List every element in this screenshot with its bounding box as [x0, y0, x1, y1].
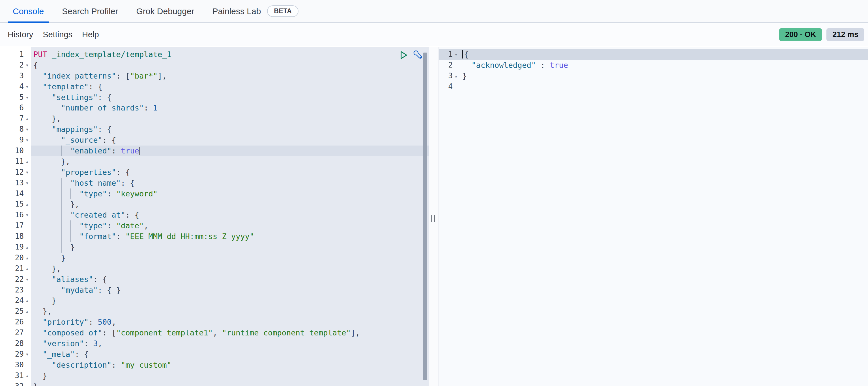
line-number: 13: [0, 178, 24, 188]
code-text: }: [460, 71, 868, 81]
fold-close-icon[interactable]: ▴: [24, 306, 31, 317]
response-line-4[interactable]: 4: [439, 81, 868, 92]
code-text: },: [31, 156, 429, 167]
fold-open-icon[interactable]: ▾: [453, 49, 460, 60]
response-line-1[interactable]: 1▾{: [439, 49, 868, 60]
code-text: "settings": {: [31, 92, 429, 103]
request-line-32[interactable]: 32}: [0, 381, 429, 386]
status-code-badge: 200 - OK: [779, 28, 822, 41]
tab-search-profiler[interactable]: Search Profiler: [57, 0, 123, 22]
request-line-2[interactable]: 2▾{: [0, 60, 429, 71]
request-line-20[interactable]: 20▴ }: [0, 253, 429, 264]
request-line-7[interactable]: 7▴ },: [0, 113, 429, 124]
tab-console[interactable]: Console: [8, 0, 49, 22]
request-line-1[interactable]: 1PUT _index_template/template_1: [0, 49, 429, 60]
fold-open-icon[interactable]: ▾: [24, 178, 31, 188]
line-number: 25: [0, 306, 24, 317]
request-options-wrench-icon[interactable]: [413, 50, 424, 62]
request-line-15[interactable]: 15▴ },: [0, 199, 429, 210]
editor-vertical-scrollbar[interactable]: [423, 52, 427, 380]
fold-open-icon[interactable]: ▾: [24, 60, 31, 71]
line-number: 18: [0, 231, 24, 242]
request-line-22[interactable]: 22▾ "aliases": {: [0, 274, 429, 285]
line-number: 30: [0, 360, 24, 371]
request-editor[interactable]: 1PUT _index_template/template_12▾{3 "ind…: [0, 47, 429, 386]
fold-close-icon[interactable]: ▴: [24, 199, 31, 210]
send-request-play-icon[interactable]: [400, 50, 408, 61]
request-actions: [400, 50, 424, 62]
request-line-16[interactable]: 16▾ "created_at": {: [0, 210, 429, 220]
request-line-28[interactable]: 28 "version": 3,: [0, 338, 429, 349]
fold-open-icon[interactable]: ▾: [24, 210, 31, 220]
request-line-25[interactable]: 25▴ },: [0, 306, 429, 317]
fold-spacer: [453, 81, 460, 92]
fold-open-icon[interactable]: ▾: [24, 124, 31, 135]
line-number: 23: [0, 285, 24, 295]
request-line-19[interactable]: 19▴ }: [0, 242, 429, 253]
fold-open-icon[interactable]: ▾: [24, 81, 31, 92]
request-line-26[interactable]: 26 "priority": 500,: [0, 317, 429, 327]
fold-open-icon[interactable]: ▾: [24, 167, 31, 178]
request-line-21[interactable]: 21▴ },: [0, 264, 429, 274]
fold-close-icon[interactable]: ▴: [24, 295, 31, 306]
line-number: 24: [0, 295, 24, 306]
code-text: "format": "EEE MMM dd HH:mm:ss Z yyyy": [31, 231, 429, 242]
request-line-30[interactable]: 30 "description": "my custom": [0, 360, 429, 371]
request-line-23[interactable]: 23 "mydata": { }: [0, 285, 429, 295]
line-number: 2: [439, 60, 453, 71]
menu-item-help[interactable]: Help: [82, 30, 99, 39]
fold-close-icon[interactable]: ▴: [24, 371, 31, 381]
fold-open-icon[interactable]: ▾: [24, 349, 31, 360]
fold-close-icon[interactable]: ▴: [24, 113, 31, 124]
request-line-31[interactable]: 31▴ }: [0, 371, 429, 381]
request-line-8[interactable]: 8▾ "mappings": {: [0, 124, 429, 135]
code-text: },: [31, 113, 429, 124]
request-line-18[interactable]: 18 "format": "EEE MMM dd HH:mm:ss Z yyyy…: [0, 231, 429, 242]
response-viewer[interactable]: 1▾{2 "acknowledged" : true3▴}4: [439, 47, 868, 386]
code-text: {: [31, 60, 429, 71]
fold-open-icon[interactable]: ▾: [24, 92, 31, 103]
request-line-3[interactable]: 3 "index_patterns": ["bar*"],: [0, 71, 429, 81]
request-line-5[interactable]: 5▾ "settings": {: [0, 92, 429, 103]
code-text: "properties": {: [31, 167, 429, 178]
fold-close-icon[interactable]: ▴: [24, 253, 31, 264]
code-text: "aliases": {: [31, 274, 429, 285]
fold-close-icon[interactable]: ▴: [24, 242, 31, 253]
code-text: }: [31, 242, 429, 253]
fold-close-icon[interactable]: ▴: [24, 156, 31, 167]
code-text: "host_name": {: [31, 178, 429, 188]
tab-painless-lab[interactable]: Painless LabBETA: [208, 0, 304, 22]
code-text: }: [31, 295, 429, 306]
fold-open-icon[interactable]: ▾: [24, 274, 31, 285]
request-line-12[interactable]: 12▾ "properties": {: [0, 167, 429, 178]
latency-badge: 212 ms: [827, 28, 864, 41]
request-line-6[interactable]: 6 "number_of_shards": 1: [0, 103, 429, 113]
fold-close-icon[interactable]: ▴: [24, 264, 31, 274]
request-line-14[interactable]: 14 "type": "keyword": [0, 188, 429, 199]
line-number: 20: [0, 253, 24, 264]
request-line-10[interactable]: 10 "enabled": true: [0, 145, 429, 156]
request-line-13[interactable]: 13▾ "host_name": {: [0, 178, 429, 188]
request-line-4[interactable]: 4▾ "template": {: [0, 81, 429, 92]
request-line-29[interactable]: 29▾ "_meta": {: [0, 349, 429, 360]
response-line-3[interactable]: 3▴}: [439, 71, 868, 81]
request-line-9[interactable]: 9▾ "_source": {: [0, 135, 429, 145]
tab-grok-debugger[interactable]: Grok Debugger: [131, 0, 199, 22]
fold-close-icon[interactable]: ▴: [453, 71, 460, 81]
request-line-17[interactable]: 17 "type": "date",: [0, 220, 429, 231]
request-line-11[interactable]: 11▴ },: [0, 156, 429, 167]
menu-item-settings[interactable]: Settings: [43, 30, 72, 39]
code-text: "acknowledged" : true: [460, 60, 868, 71]
pane-resizer-handle[interactable]: [429, 47, 439, 386]
code-text: "enabled": true: [31, 145, 429, 156]
response-line-2[interactable]: 2 "acknowledged" : true: [439, 60, 868, 71]
fold-spacer: [24, 145, 31, 156]
line-number: 26: [0, 317, 24, 327]
request-line-24[interactable]: 24▴ }: [0, 295, 429, 306]
line-number: 5: [0, 92, 24, 103]
request-status: 200 - OK 212 ms: [779, 24, 864, 46]
menu-item-history[interactable]: History: [8, 30, 33, 39]
fold-open-icon[interactable]: ▾: [24, 135, 31, 145]
code-text: "mydata": { }: [31, 285, 429, 295]
request-line-27[interactable]: 27 "composed_of": ["component_template1"…: [0, 327, 429, 338]
